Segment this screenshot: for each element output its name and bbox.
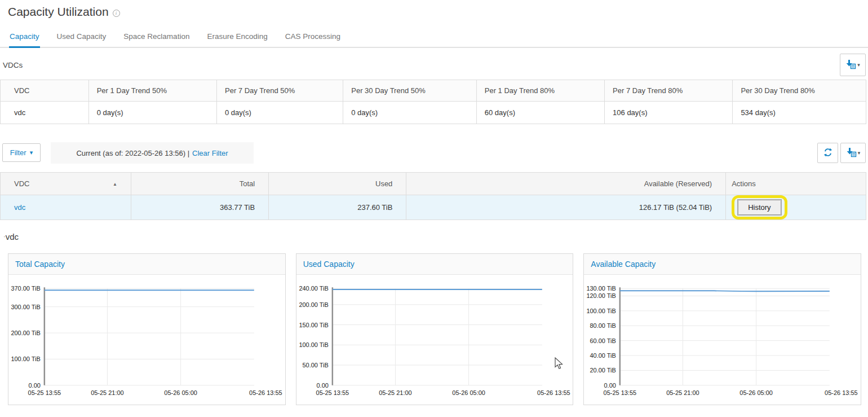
table-row: vdc 0 day(s) 0 day(s) 0 day(s) 60 day(s)…	[1, 102, 866, 124]
export-button[interactable]: ▾	[840, 143, 866, 163]
trend-table-header-row: VDC Per 1 Day Trend 50% Per 7 Day Trend …	[1, 80, 866, 102]
export-icon	[845, 59, 856, 71]
svg-text:0.00: 0.00	[28, 382, 40, 389]
svg-text:80.00 TiB: 80.00 TiB	[590, 322, 616, 329]
svg-text:05-26 05:00: 05-26 05:00	[740, 389, 773, 396]
table-row: vdc 363.77 TiB 237.60 TiB 126.17 TiB (52…	[1, 195, 866, 220]
refresh-icon	[823, 147, 833, 159]
filter-button-label: Filter	[10, 148, 26, 157]
capacity-col-total[interactable]: Total	[131, 173, 268, 195]
svg-text:200.00 TiB: 200.00 TiB	[11, 330, 40, 336]
vdc-capacity-table: VDC ▲ Total Used Available (Reserved) Ac…	[0, 172, 866, 220]
trend-cell-7day-50: 0 day(s)	[216, 102, 343, 124]
export-icon	[846, 147, 857, 159]
chevron-down-icon: ▾	[30, 149, 33, 156]
capacity-col-available[interactable]: Available (Reserved)	[406, 173, 726, 195]
svg-text:05-25 21:00: 05-25 21:00	[666, 389, 699, 396]
capacity-col-vdc[interactable]: VDC ▲	[1, 173, 131, 195]
total-capacity-chart-card: Total Capacity 370.00 TiB300.00 TiB200.0…	[8, 253, 286, 405]
capacity-cell-actions: History	[726, 195, 866, 220]
capacity-col-used[interactable]: Used	[269, 173, 406, 195]
trend-cell-vdc: vdc	[1, 102, 89, 124]
svg-text:05-26 13:55: 05-26 13:55	[537, 389, 570, 396]
svg-text:05-25 13:55: 05-25 13:55	[316, 389, 349, 396]
svg-text:40.00 TiB: 40.00 TiB	[590, 352, 616, 359]
page-title: Capacity Utilization	[8, 5, 109, 19]
svg-text:240.00 TiB: 240.00 TiB	[299, 285, 328, 292]
svg-text:200.00 TiB: 200.00 TiB	[299, 301, 328, 308]
chart-title: Used Capacity	[296, 254, 573, 275]
vdcs-section-label: VDCs	[3, 61, 23, 69]
chevron-down-icon: ▾	[858, 151, 861, 156]
tab-used-capacity[interactable]: Used Capacity	[56, 30, 107, 47]
trend-col-vdc: VDC	[1, 80, 89, 102]
trend-col-7day-50: Per 7 Day Trend 50%	[216, 80, 343, 102]
svg-text:120.00 TiB: 120.00 TiB	[587, 292, 616, 299]
charts-row: Total Capacity 370.00 TiB300.00 TiB200.0…	[0, 253, 868, 405]
svg-text:05-26 05:00: 05-26 05:00	[452, 389, 485, 396]
page-header: Capacity Utilization i	[0, 0, 868, 18]
trend-col-30day-80: Per 30 Day Trend 80%	[733, 80, 866, 102]
capacity-cell-vdc: vdc	[1, 195, 131, 220]
chart-title: Available Capacity	[584, 254, 861, 275]
tab-bar: Capacity Used Capacity Space Reclamation…	[0, 30, 868, 48]
trend-col-1day-50: Per 1 Day Trend 50%	[88, 80, 216, 102]
svg-text:100.00 TiB: 100.00 TiB	[299, 341, 328, 348]
info-icon[interactable]: i	[113, 10, 120, 17]
trend-col-1day-80: Per 1 Day Trend 80%	[476, 80, 604, 102]
svg-text:05-26 05:00: 05-26 05:00	[164, 389, 197, 396]
available-capacity-chart: 130.00 TiB120.00 TiB100.00 TiB80.00 TiB6…	[584, 275, 861, 405]
chart-title: Total Capacity	[8, 254, 285, 275]
svg-text:370.00 TiB: 370.00 TiB	[11, 285, 40, 292]
selected-vdc-name: vdc	[6, 232, 19, 242]
selected-vdc-heading: ·vdc	[3, 232, 868, 242]
svg-text:50.00 TiB: 50.00 TiB	[302, 362, 328, 368]
trend-cell-1day-50: 0 day(s)	[88, 102, 216, 124]
svg-text:05-25 13:55: 05-25 13:55	[604, 389, 637, 396]
svg-text:100.00 TiB: 100.00 TiB	[587, 308, 616, 314]
refresh-button[interactable]	[817, 143, 838, 163]
active-filter-chip: Current (as of: 2022-05-26 13:56) | Clea…	[51, 142, 254, 164]
vdcs-section-bar: VDCs ▾	[0, 54, 868, 80]
svg-text:0.00: 0.00	[604, 382, 616, 389]
capacity-cell-available: 126.17 TiB (52.04 TiB)	[406, 195, 726, 220]
filter-toolbar: Filter ▾ Current (as of: 2022-05-26 13:5…	[0, 142, 868, 164]
capacity-table-header-row: VDC ▲ Total Used Available (Reserved) Ac…	[1, 173, 866, 195]
trend-cell-7day-80: 106 day(s)	[605, 102, 733, 124]
vdc-trend-table: VDC Per 1 Day Trend 50% Per 7 Day Trend …	[0, 80, 866, 124]
svg-text:05-25 21:00: 05-25 21:00	[379, 389, 412, 396]
svg-text:05-26 13:55: 05-26 13:55	[249, 389, 282, 396]
available-capacity-chart-card: Available Capacity 130.00 TiB120.00 TiB1…	[583, 253, 861, 405]
svg-text:05-26 13:55: 05-26 13:55	[825, 389, 858, 396]
tab-cas-processing[interactable]: CAS Processing	[285, 30, 341, 47]
history-button[interactable]: History	[738, 200, 781, 215]
trend-cell-30day-50: 0 day(s)	[343, 102, 477, 124]
filter-button[interactable]: Filter ▾	[2, 143, 41, 162]
svg-text:300.00 TiB: 300.00 TiB	[11, 304, 40, 310]
tab-erasure-encoding[interactable]: Erasure Encoding	[206, 30, 268, 47]
svg-text:130.00 TiB: 130.00 TiB	[587, 285, 616, 292]
tab-capacity[interactable]: Capacity	[9, 30, 40, 48]
capacity-cell-total: 363.77 TiB	[131, 195, 268, 220]
clear-filter-link[interactable]: Clear Filter	[192, 149, 228, 157]
capacity-col-vdc-label: VDC	[14, 179, 29, 188]
used-capacity-chart: 240.00 TiB200.00 TiB150.00 TiB100.00 TiB…	[296, 275, 573, 405]
svg-text:05-25 13:55: 05-25 13:55	[28, 389, 61, 396]
export-button[interactable]: ▾	[840, 54, 866, 76]
capacity-col-actions: Actions	[726, 173, 866, 195]
tab-space-reclamation[interactable]: Space Reclamation	[123, 30, 190, 47]
svg-text:20.00 TiB: 20.00 TiB	[590, 367, 616, 374]
trend-cell-1day-80: 60 day(s)	[476, 102, 604, 124]
svg-text:05-25 21:00: 05-25 21:00	[91, 389, 124, 396]
trend-col-7day-80: Per 7 Day Trend 80%	[605, 80, 733, 102]
chevron-down-icon: ▾	[857, 63, 860, 68]
total-capacity-chart: 370.00 TiB300.00 TiB200.00 TiB100.00 TiB…	[8, 275, 285, 405]
svg-text:100.00 TiB: 100.00 TiB	[11, 355, 40, 362]
svg-text:0.00: 0.00	[316, 382, 328, 389]
highlight-annotation: History	[732, 195, 787, 220]
vdc-link[interactable]: vdc	[14, 203, 25, 212]
sort-ascending-icon: ▲	[113, 182, 117, 187]
used-capacity-chart-card: Used Capacity 240.00 TiB200.00 TiB150.00…	[296, 253, 574, 405]
capacity-cell-used: 237.60 TiB	[269, 195, 406, 220]
current-filter-text: Current (as of: 2022-05-26 13:56) |	[76, 149, 189, 157]
